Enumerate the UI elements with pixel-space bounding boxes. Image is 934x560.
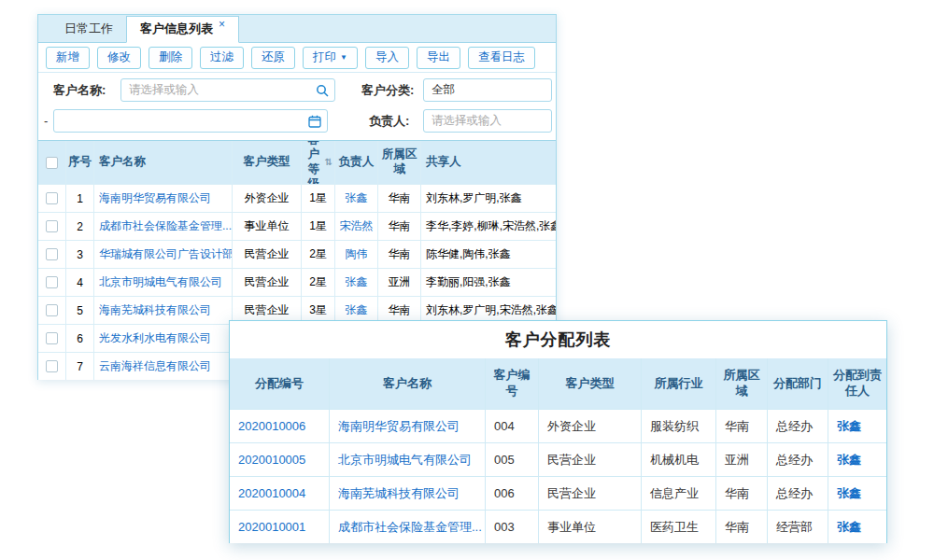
customer-name-link[interactable]: 成都市社会保险基金管理... bbox=[330, 511, 486, 543]
alloc-no-link[interactable]: 2020010005 bbox=[230, 443, 330, 476]
header-customer-name: 客户名称 bbox=[330, 358, 486, 409]
owner-link[interactable]: 宋浩然 bbox=[335, 213, 378, 240]
tab-customer-info-list[interactable]: 客户信息列表 × bbox=[126, 16, 239, 43]
dept-cell: 总经办 bbox=[768, 477, 828, 510]
customer-name-placeholder: 请选择或输入 bbox=[129, 82, 199, 98]
header-assignee: 分配到责任人 bbox=[828, 358, 886, 409]
region-cell: 华南 bbox=[716, 477, 768, 510]
row-checkbox[interactable] bbox=[46, 332, 58, 344]
restore-button[interactable]: 还原 bbox=[251, 47, 295, 69]
customer-category-value: 全部 bbox=[432, 82, 455, 98]
allocation-title: 客户分配列表 bbox=[230, 321, 886, 358]
customer-name-link[interactable]: 海南明华贸易有限公司 bbox=[94, 185, 233, 212]
print-button[interactable]: 打印 ▼ bbox=[303, 47, 358, 69]
close-icon[interactable]: × bbox=[219, 19, 225, 30]
assignee-link[interactable]: 张鑫 bbox=[828, 477, 886, 510]
shared-cell: 李勤丽,阳强,张鑫 bbox=[421, 269, 556, 296]
checkbox-cell bbox=[38, 325, 66, 352]
header-customer-type: 客户类型 bbox=[233, 141, 302, 184]
allocation-table-body: 2020010006 海南明华贸易有限公司 004 外资企业 服装纺织 华南 总… bbox=[230, 409, 886, 543]
customer-name-link[interactable]: 云南海祥信息有限公司 bbox=[94, 353, 233, 380]
filter-button[interactable]: 过滤 bbox=[200, 47, 244, 69]
customer-no-cell: 006 bbox=[486, 477, 539, 510]
calendar-icon[interactable] bbox=[308, 115, 321, 128]
edit-button[interactable]: 修改 bbox=[97, 47, 141, 69]
row-checkbox[interactable] bbox=[46, 192, 58, 204]
add-button[interactable]: 新增 bbox=[46, 47, 90, 69]
table-row: 1 海南明华贸易有限公司 外资企业 1星 张鑫 华南 刘东林,罗广明,张鑫 bbox=[38, 184, 556, 212]
table-row: 3 华瑞城有限公司广告设计部 民营企业 2星 陶伟 华南 陈华健,陶伟,张鑫 bbox=[38, 240, 556, 268]
filter-area: 客户名称: 请选择或输入 客户分类: 全部 - bbox=[38, 73, 556, 133]
customer-type-cell: 民营企业 bbox=[539, 443, 642, 476]
customer-name-input[interactable]: 请选择或输入 bbox=[120, 78, 335, 102]
header-alloc-no: 分配编号 bbox=[230, 358, 330, 409]
date-input[interactable] bbox=[53, 109, 328, 133]
customer-level-cell: 2星 bbox=[302, 241, 335, 268]
assignee-link[interactable]: 张鑫 bbox=[828, 511, 886, 543]
export-button[interactable]: 导出 bbox=[417, 47, 460, 69]
sort-icon[interactable]: ⇅ bbox=[325, 157, 333, 169]
customer-table-header: 序号 客户名称 客户类型 客户等级⇅ 负责人 所属区域 共享人 bbox=[38, 141, 556, 184]
header-owner: 负责人 bbox=[335, 141, 378, 184]
customer-type-cell: 事业单位 bbox=[539, 511, 642, 543]
alloc-no-link[interactable]: 2020010006 bbox=[230, 410, 330, 442]
shared-cell: 刘东林,罗广明,张鑫 bbox=[421, 185, 556, 212]
owner-label: 负责人: bbox=[369, 109, 409, 133]
row-checkbox[interactable] bbox=[46, 248, 58, 260]
header-customer-level[interactable]: 客户等级⇅ bbox=[302, 141, 335, 184]
tab-bar: 日常工作 客户信息列表 × bbox=[38, 15, 556, 43]
table-row: 2020010005 北京市明城电气有限公司 005 民营企业 机械机电 亚洲 … bbox=[230, 442, 886, 476]
search-icon[interactable] bbox=[316, 84, 329, 97]
industry-cell: 医药卫生 bbox=[642, 511, 716, 543]
customer-name-label: 客户名称: bbox=[53, 78, 106, 102]
owner-input[interactable]: 请选择或输入 bbox=[423, 109, 552, 133]
page: 日常工作 客户信息列表 × 新增 修改 删除 过滤 还原 打印 ▼ 导入 导出 … bbox=[0, 0, 934, 560]
owner-link[interactable]: 张鑫 bbox=[335, 185, 378, 212]
owner-link[interactable]: 陶伟 bbox=[335, 241, 378, 268]
assignee-link[interactable]: 张鑫 bbox=[828, 410, 886, 442]
customer-name-link[interactable]: 海南明华贸易有限公司 bbox=[330, 410, 486, 442]
header-region: 所属区域 bbox=[716, 358, 768, 409]
customer-name-link[interactable]: 北京市明城电气有限公司 bbox=[94, 269, 233, 296]
allocation-table-header: 分配编号 客户名称 客户编号 客户类型 所属行业 所属区域 分配部门 分配到责任… bbox=[230, 358, 886, 409]
no-cell: 6 bbox=[66, 325, 94, 352]
customer-no-cell: 005 bbox=[486, 443, 539, 476]
tab-daily-work[interactable]: 日常工作 bbox=[51, 17, 126, 42]
customer-type-cell: 外资企业 bbox=[539, 410, 642, 442]
customer-name-link[interactable]: 海南芜城科技有限公司 bbox=[94, 297, 233, 324]
view-log-button[interactable]: 查看日志 bbox=[468, 47, 535, 69]
tab-label: 日常工作 bbox=[64, 21, 113, 35]
customer-name-link[interactable]: 华瑞城有限公司广告设计部 bbox=[94, 241, 233, 268]
delete-button[interactable]: 删除 bbox=[149, 47, 192, 69]
no-cell: 7 bbox=[66, 353, 94, 380]
alloc-no-link[interactable]: 2020010004 bbox=[230, 477, 330, 510]
no-cell: 1 bbox=[66, 185, 94, 212]
customer-category-label: 客户分类: bbox=[361, 78, 414, 102]
shared-cell: 李华,李婷,柳琳,宋浩然,张鑫 bbox=[421, 213, 556, 240]
table-row: 2020010001 成都市社会保险基金管理... 003 事业单位 医药卫生 … bbox=[230, 510, 886, 543]
assignee-link[interactable]: 张鑫 bbox=[828, 443, 886, 476]
customer-name-link[interactable]: 北京市明城电气有限公司 bbox=[330, 443, 486, 476]
customer-type-cell: 民营企业 bbox=[539, 477, 642, 510]
row-checkbox[interactable] bbox=[46, 304, 58, 316]
region-cell: 华南 bbox=[378, 241, 421, 268]
header-customer-name: 客户名称 bbox=[94, 141, 233, 184]
no-cell: 4 bbox=[66, 269, 94, 296]
customer-category-select[interactable]: 全部 bbox=[423, 78, 552, 102]
customer-name-link[interactable]: 光发水利水电有限公司 bbox=[94, 325, 233, 352]
industry-cell: 信息产业 bbox=[642, 477, 716, 510]
alloc-no-link[interactable]: 2020010001 bbox=[230, 511, 330, 543]
no-cell: 3 bbox=[66, 241, 94, 268]
owner-link[interactable]: 张鑫 bbox=[335, 269, 378, 296]
customer-name-link[interactable]: 成都市社会保险基金管理... bbox=[94, 213, 233, 240]
select-all-checkbox[interactable] bbox=[46, 157, 58, 169]
row-checkbox[interactable] bbox=[46, 220, 58, 232]
import-button[interactable]: 导入 bbox=[365, 47, 409, 69]
customer-name-link[interactable]: 海南芜城科技有限公司 bbox=[330, 477, 486, 510]
header-industry: 所属行业 bbox=[642, 358, 716, 409]
customer-type-cell: 民营企业 bbox=[233, 269, 302, 296]
row-checkbox[interactable] bbox=[46, 276, 58, 288]
row-checkbox[interactable] bbox=[46, 360, 58, 372]
no-cell: 2 bbox=[66, 213, 94, 240]
customer-type-cell: 外资企业 bbox=[233, 185, 302, 212]
